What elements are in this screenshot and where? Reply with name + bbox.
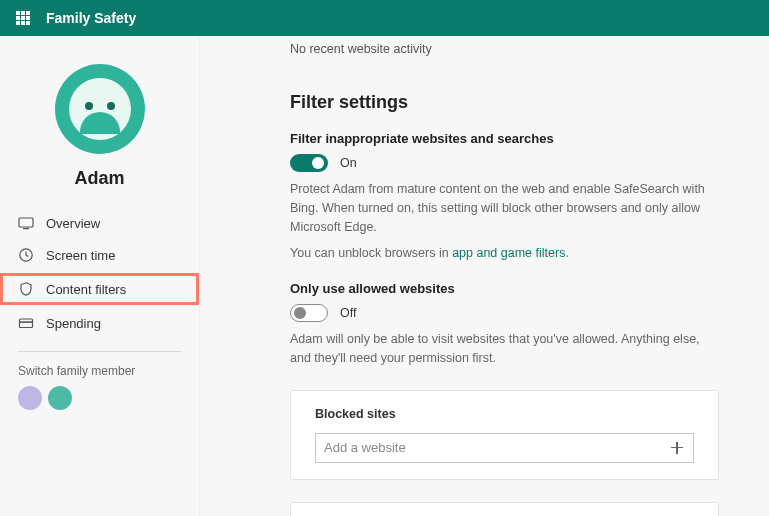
sidebar-item-overview[interactable]: Overview — [0, 207, 199, 239]
sidebar-nav: Overview Screen time Content filters Spe… — [0, 207, 199, 339]
profile-avatar — [55, 64, 145, 154]
blocked-site-input[interactable] — [324, 440, 669, 455]
recent-activity-text: No recent website activity — [290, 42, 719, 56]
switch-family-label: Switch family member — [0, 364, 199, 386]
sidebar-item-label: Content filters — [46, 282, 126, 297]
filter-inappropriate-desc: Protect Adam from mature content on the … — [290, 180, 719, 236]
svg-rect-4 — [20, 321, 33, 323]
family-member-avatar[interactable] — [18, 386, 42, 410]
sidebar-item-spending[interactable]: Spending — [0, 307, 199, 339]
blocked-sites-card: Blocked sites — [290, 390, 719, 480]
only-allowed-toggle[interactable] — [290, 304, 328, 322]
divider — [18, 351, 181, 352]
shield-icon — [18, 281, 34, 297]
sidebar-item-label: Overview — [46, 216, 100, 231]
svg-rect-1 — [23, 228, 29, 229]
clock-icon — [18, 247, 34, 263]
blocked-sites-title: Blocked sites — [315, 407, 694, 421]
sidebar-item-contentfilters[interactable]: Content filters — [0, 273, 199, 305]
app-title: Family Safety — [46, 10, 136, 26]
toggle-state-label: Off — [340, 306, 356, 320]
toggle-state-label: On — [340, 156, 357, 170]
filter-settings-heading: Filter settings — [290, 92, 719, 113]
svg-rect-0 — [19, 218, 33, 227]
sidebar-item-label: Spending — [46, 316, 101, 331]
sidebar: Adam Overview Screen time Content filter… — [0, 36, 200, 516]
add-blocked-site-icon[interactable] — [669, 440, 685, 456]
unblock-browsers-text: You can unblock browsers in app and game… — [290, 244, 719, 263]
filter-inappropriate-title: Filter inappropriate websites and search… — [290, 131, 719, 146]
card-icon — [18, 315, 34, 331]
app-game-filters-link[interactable]: app and game filters — [452, 246, 565, 260]
app-launcher-icon[interactable] — [16, 11, 30, 25]
profile-name: Adam — [74, 168, 124, 189]
allowed-sites-card: Allowed sites — [290, 502, 719, 517]
topbar: Family Safety — [0, 0, 769, 36]
blocked-site-input-wrap — [315, 433, 694, 463]
family-member-avatar[interactable] — [48, 386, 72, 410]
overview-icon — [18, 215, 34, 231]
main-content: No recent website activity Filter settin… — [200, 36, 769, 516]
filter-inappropriate-toggle[interactable] — [290, 154, 328, 172]
only-allowed-title: Only use allowed websites — [290, 281, 719, 296]
sidebar-item-screentime[interactable]: Screen time — [0, 239, 199, 271]
only-allowed-desc: Adam will only be able to visit websites… — [290, 330, 719, 368]
sidebar-item-label: Screen time — [46, 248, 115, 263]
svg-rect-3 — [20, 319, 33, 328]
